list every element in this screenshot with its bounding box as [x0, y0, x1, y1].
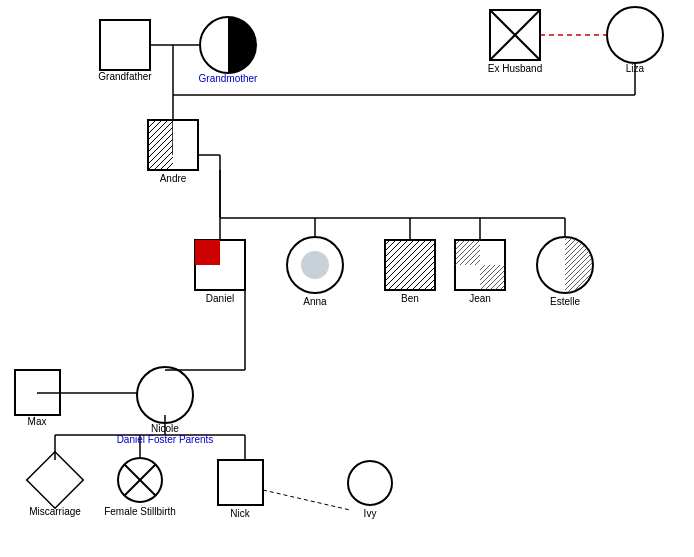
andre-label: Andre — [160, 173, 187, 184]
grandfather-label: Grandfather — [98, 71, 152, 82]
miscarriage-symbol — [27, 452, 84, 509]
max-label: Max — [28, 416, 47, 427]
liza-symbol — [607, 7, 663, 63]
line-nick-ivy — [263, 490, 350, 510]
anna-inner-dot — [301, 251, 329, 279]
ben-symbol — [385, 240, 435, 290]
nick-symbol — [218, 460, 263, 505]
daniel-red-quarter — [195, 240, 220, 265]
ex-husband-label: Ex Husband — [488, 63, 542, 74]
andre-white-half — [173, 120, 198, 170]
grandmother-half-fill — [228, 17, 256, 73]
estelle-hatch — [565, 237, 593, 293]
ben-label: Ben — [401, 293, 419, 304]
jean-quarter-tl — [455, 240, 480, 265]
ivy-label: Ivy — [364, 508, 377, 519]
estelle-label: Estelle — [550, 296, 580, 307]
female-stillbirth-label: Female Stillbirth — [104, 506, 176, 517]
ivy-symbol — [348, 461, 392, 505]
foster-parents-label: Daniel Foster Parents — [117, 434, 214, 445]
nicole-symbol — [137, 367, 193, 423]
grandfather-symbol — [100, 20, 150, 70]
nick-label: Nick — [230, 508, 250, 519]
liza-label: Liza — [626, 63, 645, 74]
nicole-label: Nicole — [151, 423, 179, 434]
grandmother-label: Grandmother — [199, 73, 259, 84]
jean-quarter-br — [480, 265, 505, 290]
daniel-label: Daniel — [206, 293, 234, 304]
anna-label: Anna — [303, 296, 327, 307]
genogram-canvas: Grandfather Grandmother Ex Husband Liza … — [0, 0, 694, 557]
jean-label: Jean — [469, 293, 491, 304]
miscarriage-label: Miscarriage — [29, 506, 81, 517]
